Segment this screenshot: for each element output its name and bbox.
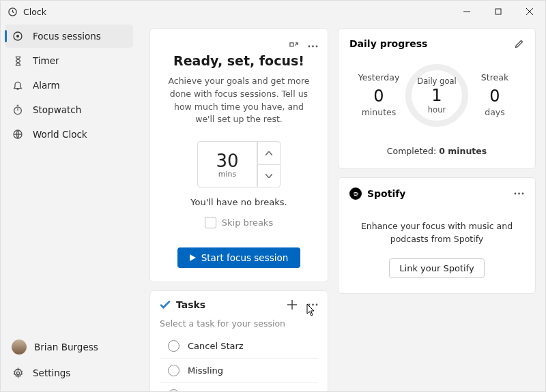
svg-point-21 bbox=[521, 193, 523, 195]
stat-daily-goal: Daily goal 1 hour bbox=[405, 72, 468, 127]
tasks-title: Tasks bbox=[176, 299, 205, 310]
task-radio[interactable] bbox=[168, 340, 179, 352]
decrease-button[interactable] bbox=[257, 164, 281, 187]
daily-progress-card: Daily progress Yesterday 0 minutes Daily… bbox=[338, 28, 536, 169]
edit-icon[interactable] bbox=[513, 38, 524, 49]
sidebar-item-stopwatch[interactable]: Stopwatch bbox=[5, 98, 133, 121]
hourglass-icon bbox=[12, 55, 24, 67]
task-radio[interactable] bbox=[168, 365, 179, 376]
tasks-card: Tasks Select a task for your session Can… bbox=[149, 290, 328, 392]
svg-rect-10 bbox=[289, 42, 293, 46]
globe-icon bbox=[12, 128, 24, 140]
svg-point-20 bbox=[518, 193, 520, 195]
focus-icon bbox=[12, 30, 24, 42]
user-name: Brian Burgess bbox=[34, 342, 98, 352]
duration-unit: mins bbox=[218, 170, 236, 179]
breaks-info: You'll have no breaks. bbox=[161, 197, 317, 207]
sidebar-item-label: Focus sessions bbox=[33, 31, 101, 42]
spotify-description: Enhance your focus with music and podcas… bbox=[356, 220, 517, 246]
sidebar-item-label: Alarm bbox=[33, 80, 60, 91]
task-label: Cancel Starz bbox=[188, 341, 244, 351]
sidebar-item-label: World Clock bbox=[33, 129, 87, 140]
start-button-label: Start focus session bbox=[201, 252, 289, 263]
focus-title: Ready, set, focus! bbox=[161, 53, 317, 68]
link-spotify-button[interactable]: Link your Spotify bbox=[389, 258, 484, 278]
sidebar-item-alarm[interactable]: Alarm bbox=[5, 74, 133, 97]
svg-point-16 bbox=[308, 304, 310, 306]
spotify-icon bbox=[349, 187, 362, 200]
app-title: Clock bbox=[23, 7, 46, 17]
duration-display[interactable]: 30 mins bbox=[197, 141, 257, 187]
titlebar: Clock bbox=[1, 1, 545, 22]
play-icon bbox=[190, 254, 196, 261]
svg-point-17 bbox=[312, 304, 314, 306]
svg-point-9 bbox=[16, 372, 19, 374]
sidebar-user[interactable]: Brian Burgess bbox=[5, 334, 133, 360]
clock-app-icon bbox=[8, 7, 18, 17]
sidebar-item-settings[interactable]: Settings bbox=[5, 360, 133, 386]
tasks-icon bbox=[160, 299, 171, 310]
task-row[interactable]: Ping Plumber bbox=[160, 383, 318, 392]
avatar bbox=[12, 340, 27, 355]
maximize-button[interactable] bbox=[483, 1, 514, 22]
gear-icon bbox=[12, 367, 24, 379]
stopwatch-icon bbox=[12, 104, 24, 116]
svg-rect-2 bbox=[495, 9, 501, 14]
add-task-button[interactable] bbox=[287, 299, 298, 310]
start-focus-button[interactable]: Start focus session bbox=[177, 247, 301, 268]
focus-session-card: Ready, set, focus! Achieve your goals an… bbox=[149, 28, 328, 282]
focus-description: Achieve your goals and get more done wit… bbox=[161, 75, 317, 126]
svg-point-18 bbox=[315, 304, 317, 306]
sidebar-item-world-clock[interactable]: World Clock bbox=[5, 123, 133, 146]
progress-ring: Daily goal 1 hour bbox=[405, 64, 468, 127]
stat-yesterday: Yesterday 0 minutes bbox=[352, 72, 405, 127]
svg-point-6 bbox=[17, 35, 19, 37]
close-button[interactable] bbox=[514, 1, 545, 22]
task-row[interactable]: Cancel Starz bbox=[160, 334, 318, 359]
svg-point-13 bbox=[315, 46, 317, 48]
completed-line: Completed: 0 minutes bbox=[349, 146, 524, 156]
daily-title: Daily progress bbox=[349, 38, 427, 49]
skip-breaks-label: Skip breaks bbox=[222, 217, 273, 228]
task-row[interactable]: Missling bbox=[160, 359, 318, 383]
tasks-subtitle: Select a task for your session bbox=[160, 318, 318, 329]
sidebar: Focus sessions Timer Alarm Stopwatch Wor… bbox=[1, 22, 137, 392]
skip-breaks-checkbox[interactable] bbox=[205, 217, 216, 228]
task-label: Missling bbox=[188, 365, 223, 376]
sidebar-item-label: Stopwatch bbox=[33, 104, 81, 115]
minimize-button[interactable] bbox=[451, 1, 483, 22]
expand-icon[interactable] bbox=[288, 41, 299, 52]
spotify-title: Spotify bbox=[367, 188, 405, 199]
main-content: Ready, set, focus! Achieve your goals an… bbox=[137, 22, 545, 392]
more-icon[interactable] bbox=[513, 188, 524, 199]
duration-value: 30 bbox=[216, 151, 238, 171]
increase-button[interactable] bbox=[257, 141, 281, 164]
task-radio[interactable] bbox=[168, 389, 179, 392]
svg-point-12 bbox=[312, 46, 314, 48]
sidebar-item-focus-sessions[interactable]: Focus sessions bbox=[5, 25, 133, 48]
svg-point-7 bbox=[14, 107, 22, 115]
more-icon[interactable] bbox=[307, 299, 318, 310]
sidebar-item-label: Settings bbox=[33, 367, 70, 378]
stat-streak: Streak 0 days bbox=[468, 72, 521, 127]
svg-point-19 bbox=[514, 193, 516, 195]
sidebar-item-timer[interactable]: Timer bbox=[5, 49, 133, 72]
more-icon[interactable] bbox=[307, 41, 318, 52]
bell-icon bbox=[12, 79, 24, 91]
sidebar-item-label: Timer bbox=[33, 55, 59, 66]
spotify-card: Spotify Enhance your focus with music an… bbox=[338, 177, 536, 294]
duration-stepper: 30 mins bbox=[161, 141, 317, 187]
svg-point-11 bbox=[308, 46, 310, 48]
